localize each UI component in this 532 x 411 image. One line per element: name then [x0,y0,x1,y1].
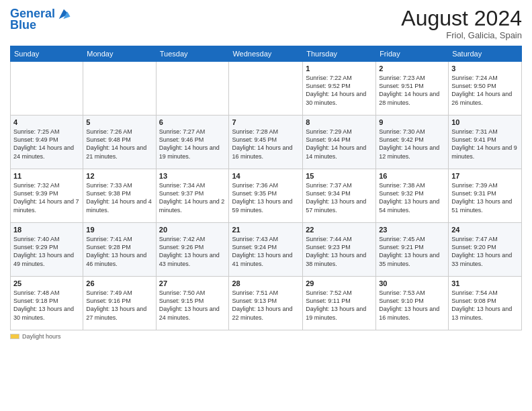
logo-icon [56,7,71,21]
day-number: 8 [306,118,373,126]
calendar-cell: 16Sunrise: 7:38 AM Sunset: 9:32 PM Dayli… [376,169,449,223]
day-info: Sunrise: 7:34 AM Sunset: 9:37 PM Dayligh… [159,181,226,214]
month-title: August 2024 [401,7,522,30]
day-info: Sunrise: 7:29 AM Sunset: 9:44 PM Dayligh… [306,128,373,161]
calendar-cell [156,62,229,116]
day-number: 4 [13,118,80,126]
day-number: 2 [379,64,445,73]
calendar-cell: 6Sunrise: 7:27 AM Sunset: 9:46 PM Daylig… [156,116,229,169]
day-number: 25 [13,279,80,287]
logo: General Blue [10,7,71,32]
day-info: Sunrise: 7:53 AM Sunset: 9:10 PM Dayligh… [379,289,445,322]
calendar-cell: 18Sunrise: 7:40 AM Sunset: 9:29 PM Dayli… [11,223,83,277]
day-info: Sunrise: 7:41 AM Sunset: 9:28 PM Dayligh… [86,235,152,268]
day-info: Sunrise: 7:52 AM Sunset: 9:11 PM Dayligh… [306,289,373,322]
day-info: Sunrise: 7:45 AM Sunset: 9:21 PM Dayligh… [379,235,445,268]
day-number: 23 [379,226,445,234]
day-info: Sunrise: 7:47 AM Sunset: 9:20 PM Dayligh… [451,235,519,268]
day-number: 6 [159,118,226,126]
day-number: 5 [86,118,152,126]
calendar-cell: 28Sunrise: 7:51 AM Sunset: 9:13 PM Dayli… [229,277,303,330]
daylight-label: Daylight hours [22,333,61,340]
day-info: Sunrise: 7:26 AM Sunset: 9:48 PM Dayligh… [86,128,152,161]
calendar-cell: 19Sunrise: 7:41 AM Sunset: 9:28 PM Dayli… [83,223,156,277]
day-number: 24 [451,226,519,234]
day-number: 31 [451,279,519,287]
calendar-cell: 14Sunrise: 7:36 AM Sunset: 9:35 PM Dayli… [229,169,303,223]
day-number: 9 [379,118,445,126]
weekday-header-friday: Friday [376,46,449,62]
day-info: Sunrise: 7:23 AM Sunset: 9:51 PM Dayligh… [379,74,445,107]
day-number: 22 [306,226,373,234]
calendar-cell: 7Sunrise: 7:28 AM Sunset: 9:45 PM Daylig… [229,116,303,169]
calendar-cell: 15Sunrise: 7:37 AM Sunset: 9:34 PM Dayli… [303,169,376,223]
day-number: 1 [306,64,373,73]
calendar-cell: 1Sunrise: 7:22 AM Sunset: 9:52 PM Daylig… [303,62,376,116]
calendar-cell: 21Sunrise: 7:43 AM Sunset: 9:24 PM Dayli… [229,223,303,277]
day-info: Sunrise: 7:31 AM Sunset: 9:41 PM Dayligh… [451,128,519,161]
title-area: August 2024 Friol, Galicia, Spain [401,7,522,40]
day-info: Sunrise: 7:25 AM Sunset: 9:49 PM Dayligh… [13,128,80,161]
calendar-cell [229,62,303,116]
calendar-cell: 9Sunrise: 7:30 AM Sunset: 9:42 PM Daylig… [376,116,449,169]
day-number: 16 [379,172,445,180]
day-info: Sunrise: 7:28 AM Sunset: 9:45 PM Dayligh… [232,128,300,161]
day-number: 3 [451,64,519,73]
day-number: 18 [13,226,80,234]
weekday-header-thursday: Thursday [303,46,376,62]
calendar-cell: 30Sunrise: 7:53 AM Sunset: 9:10 PM Dayli… [376,277,449,330]
calendar-cell: 24Sunrise: 7:47 AM Sunset: 9:20 PM Dayli… [449,223,522,277]
weekday-header-monday: Monday [83,46,156,62]
calendar-cell: 2Sunrise: 7:23 AM Sunset: 9:51 PM Daylig… [376,62,449,116]
day-info: Sunrise: 7:32 AM Sunset: 9:39 PM Dayligh… [13,181,80,214]
day-number: 11 [13,172,80,180]
weekday-header-wednesday: Wednesday [229,46,303,62]
calendar-cell [83,62,156,116]
calendar-cell [11,62,83,116]
day-info: Sunrise: 7:37 AM Sunset: 9:34 PM Dayligh… [306,181,373,214]
day-number: 7 [232,118,300,126]
week-row-4: 18Sunrise: 7:40 AM Sunset: 9:29 PM Dayli… [11,223,522,277]
calendar-table: SundayMondayTuesdayWednesdayThursdayFrid… [10,46,522,330]
week-row-1: 1Sunrise: 7:22 AM Sunset: 9:52 PM Daylig… [11,62,522,116]
day-number: 21 [232,226,300,234]
day-number: 28 [232,279,300,287]
week-row-2: 4Sunrise: 7:25 AM Sunset: 9:49 PM Daylig… [11,116,522,169]
calendar-cell: 11Sunrise: 7:32 AM Sunset: 9:39 PM Dayli… [11,169,83,223]
calendar-cell: 27Sunrise: 7:50 AM Sunset: 9:15 PM Dayli… [156,277,229,330]
calendar-cell: 10Sunrise: 7:31 AM Sunset: 9:41 PM Dayli… [449,116,522,169]
day-number: 29 [306,279,373,287]
day-info: Sunrise: 7:22 AM Sunset: 9:52 PM Dayligh… [306,74,373,107]
calendar-cell: 8Sunrise: 7:29 AM Sunset: 9:44 PM Daylig… [303,116,376,169]
day-info: Sunrise: 7:42 AM Sunset: 9:26 PM Dayligh… [159,235,226,268]
day-info: Sunrise: 7:36 AM Sunset: 9:35 PM Dayligh… [232,181,300,214]
day-info: Sunrise: 7:50 AM Sunset: 9:15 PM Dayligh… [159,289,226,322]
calendar-cell: 4Sunrise: 7:25 AM Sunset: 9:49 PM Daylig… [11,116,83,169]
day-info: Sunrise: 7:39 AM Sunset: 9:31 PM Dayligh… [451,181,519,214]
day-info: Sunrise: 7:43 AM Sunset: 9:24 PM Dayligh… [232,235,300,268]
day-info: Sunrise: 7:24 AM Sunset: 9:50 PM Dayligh… [451,74,519,107]
day-number: 13 [159,172,226,180]
weekday-header-tuesday: Tuesday [156,46,229,62]
calendar-cell: 26Sunrise: 7:49 AM Sunset: 9:16 PM Dayli… [83,277,156,330]
day-info: Sunrise: 7:48 AM Sunset: 9:18 PM Dayligh… [13,289,80,322]
calendar-cell: 20Sunrise: 7:42 AM Sunset: 9:26 PM Dayli… [156,223,229,277]
calendar-cell: 29Sunrise: 7:52 AM Sunset: 9:11 PM Dayli… [303,277,376,330]
day-info: Sunrise: 7:49 AM Sunset: 9:16 PM Dayligh… [86,289,152,322]
day-number: 12 [86,172,152,180]
calendar-cell: 5Sunrise: 7:26 AM Sunset: 9:48 PM Daylig… [83,116,156,169]
calendar-cell: 31Sunrise: 7:54 AM Sunset: 9:08 PM Dayli… [449,277,522,330]
header: General Blue August 2024 Friol, Galicia,… [10,7,522,40]
day-info: Sunrise: 7:40 AM Sunset: 9:29 PM Dayligh… [13,235,80,268]
week-row-5: 25Sunrise: 7:48 AM Sunset: 9:18 PM Dayli… [11,277,522,330]
calendar-cell: 23Sunrise: 7:45 AM Sunset: 9:21 PM Dayli… [376,223,449,277]
location: Friol, Galicia, Spain [401,30,522,40]
day-info: Sunrise: 7:51 AM Sunset: 9:13 PM Dayligh… [232,289,300,322]
calendar-cell: 17Sunrise: 7:39 AM Sunset: 9:31 PM Dayli… [449,169,522,223]
page: General Blue August 2024 Friol, Galicia,… [0,0,532,411]
weekday-header-sunday: Sunday [11,46,83,62]
daylight-bar-icon [10,334,19,339]
weekday-header-row: SundayMondayTuesdayWednesdayThursdayFrid… [11,46,522,62]
weekday-header-saturday: Saturday [449,46,522,62]
calendar-cell: 3Sunrise: 7:24 AM Sunset: 9:50 PM Daylig… [449,62,522,116]
